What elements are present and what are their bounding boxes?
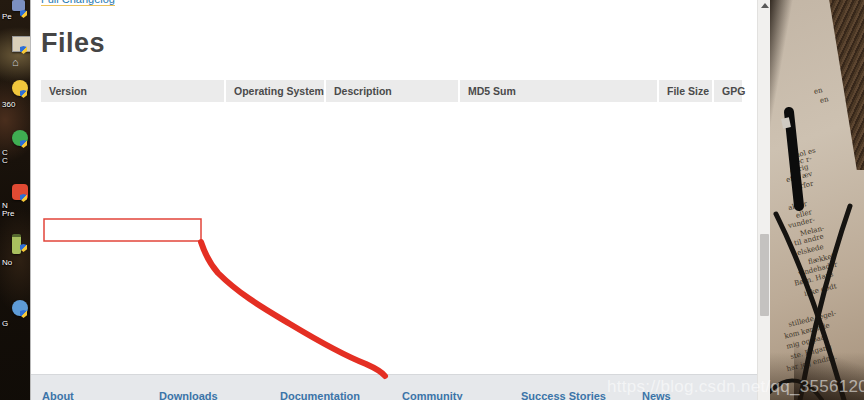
vertical-scrollbar[interactable] (757, 0, 770, 400)
desktop-icon-label: Pe (2, 13, 12, 21)
scrollbar-thumb[interactable] (760, 234, 769, 316)
page-content: Full Changelog Files VersionOperating Sy… (31, 0, 757, 400)
full-changelog-link[interactable]: Full Changelog (41, 0, 115, 6)
files-table-header-row: VersionOperating SystemDescriptionMD5 Su… (41, 80, 743, 102)
footer-link-news[interactable]: News (642, 390, 671, 400)
column-header-gpg: GPG (713, 80, 743, 102)
book-photo-wallpaper: enennol esvec r-e, riget S ævrforakserel… (770, 0, 864, 400)
column-header-description: Description (325, 80, 459, 102)
footer-link-success-stories[interactable]: Success Stories (521, 390, 606, 400)
column-header-version: Version (41, 80, 225, 102)
pe-shortcut-icon (12, 0, 25, 11)
desktop-icon-label: 360 (2, 101, 15, 109)
home-icon: ⌂ (12, 56, 26, 68)
column-header-md5-sum: MD5 Sum (459, 80, 658, 102)
desktop-icon-label: No (2, 259, 12, 267)
column-header-file-size: File Size (658, 80, 713, 102)
desktop-icon-label: Pre (2, 210, 14, 218)
footer-link-about[interactable]: About (42, 390, 74, 400)
files-heading: Files (41, 28, 105, 59)
footer-link-documentation[interactable]: Documentation (280, 390, 360, 400)
book-shadow (794, 340, 864, 400)
column-header-operating-system: Operating System (225, 80, 325, 102)
desktop-screenshot: { "page": { "changelog_link": "Full Chan… (0, 0, 864, 400)
desktop-icon-label: C (2, 157, 8, 165)
files-table: VersionOperating SystemDescriptionMD5 Su… (41, 80, 744, 102)
footer-link-community[interactable]: Community (402, 390, 463, 400)
footer-band: AboutDownloadsDocumentationCommunitySucc… (31, 374, 757, 400)
scrollbar-up-arrow-icon[interactable] (761, 3, 769, 8)
browser-window: Full Changelog Files VersionOperating Sy… (30, 0, 770, 400)
notepad-plus-icon (12, 234, 21, 254)
footer-link-downloads[interactable]: Downloads (159, 390, 218, 400)
desktop-icon-label: G (2, 320, 8, 328)
